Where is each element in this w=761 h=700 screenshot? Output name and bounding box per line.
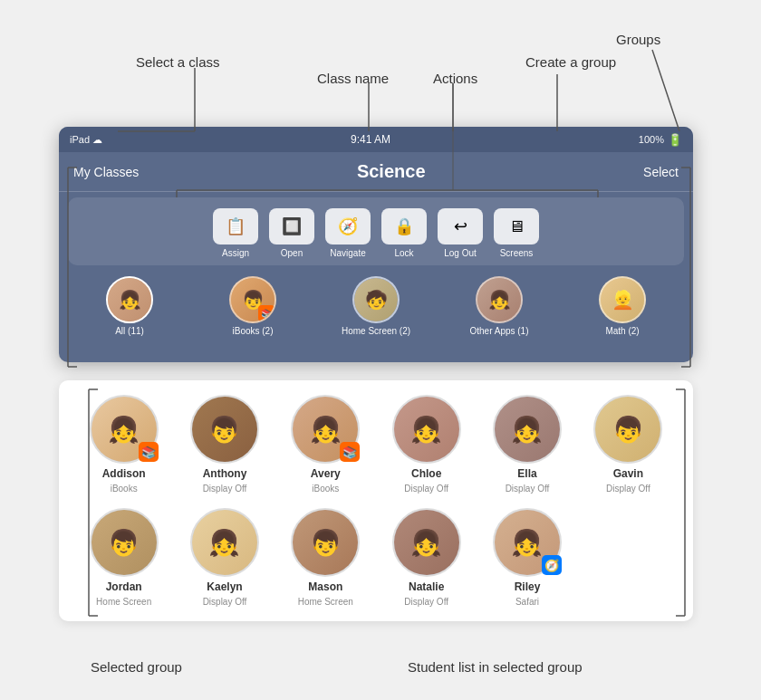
student-empty — [582, 508, 675, 607]
student-natalie-name: Natalie — [409, 580, 444, 593]
class-name-title: Science — [357, 161, 426, 182]
student-kaelyn-status: Display Off — [203, 597, 247, 607]
student-gavin[interactable]: 👦 Gavin Display Off — [582, 395, 675, 494]
navigate-button[interactable]: 🧭 Navigate — [325, 208, 371, 258]
student-ella-status: Display Off — [506, 484, 550, 494]
student-jordan-name: Jordan — [106, 580, 142, 593]
student-addison-avatar: 👧 📚 — [90, 395, 159, 464]
student-list-label: Student list in selected group — [408, 659, 583, 675]
filter-ibooks-label: iBooks (2) — [232, 326, 273, 336]
svg-line-5 — [652, 50, 679, 131]
statusbar-time: 9:41 AM — [351, 133, 390, 146]
student-avery-name: Avery — [311, 467, 341, 480]
select-button[interactable]: Select — [643, 165, 679, 179]
student-chloe-avatar: 👧 — [392, 395, 461, 464]
student-riley-name: Riley — [515, 580, 541, 593]
student-avery-avatar: 👧 📚 — [291, 395, 360, 464]
student-jordan-status: Home Screen — [96, 597, 151, 607]
action-buttons-row: 📋 Assign 🔲 Open 🧭 Navigate 🔒 Lock ↩ Log … — [68, 197, 684, 265]
filter-math-label: Math (2) — [605, 326, 639, 336]
ipad-statusbar: iPad ☁ 9:41 AM 100% 🔋 — [59, 127, 693, 152]
filter-otherapps-avatar: 👧 — [476, 276, 523, 323]
students-grid: 👧 📚 Addison iBooks 👦 Anthony Display Off… — [59, 380, 693, 621]
student-riley-status: Safari — [515, 597, 539, 607]
assign-button[interactable]: 📋 Assign — [213, 208, 258, 258]
student-mason[interactable]: 👦 Mason Home Screen — [279, 508, 372, 607]
student-addison-badge: 📚 — [139, 442, 159, 462]
student-avery-badge: 📚 — [340, 442, 360, 462]
my-classes-button[interactable]: My Classes — [73, 165, 139, 179]
assign-icon: 📋 — [213, 208, 258, 245]
selected-group-label: Selected group — [91, 659, 182, 675]
filter-homescreen-avatar: 🧒 — [352, 276, 400, 323]
student-addison-status: iBooks — [111, 484, 138, 494]
filter-otherapps[interactable]: 👧 Other Apps (1) — [438, 276, 561, 336]
filter-math[interactable]: 👱 Math (2) — [561, 276, 684, 336]
student-anthony-status: Display Off — [203, 484, 247, 494]
filter-all[interactable]: 👧 All (11) — [68, 276, 191, 336]
filter-homescreen[interactable]: 🧒 Home Screen (2) — [314, 276, 438, 336]
student-jordan[interactable]: 👦 Jordan Home Screen — [77, 508, 170, 607]
lock-label: Lock — [394, 248, 413, 258]
student-chloe-status: Display Off — [404, 484, 448, 494]
screens-icon: 🖥 — [494, 208, 539, 245]
lock-button[interactable]: 🔒 Lock — [381, 208, 427, 258]
statusbar-right: 100% 🔋 — [639, 133, 682, 147]
select-class-label: Select a class — [136, 54, 220, 70]
student-anthony[interactable]: 👦 Anthony Display Off — [178, 395, 271, 494]
logout-button[interactable]: ↩ Log Out — [438, 208, 483, 258]
filter-ibooks-avatar: 👦 📚 — [229, 276, 276, 323]
logout-label: Log Out — [444, 248, 477, 258]
student-ella-avatar: 👧 — [493, 395, 562, 464]
logout-icon: ↩ — [438, 208, 483, 245]
student-jordan-avatar: 👦 — [90, 508, 159, 577]
student-chloe[interactable]: 👧 Chloe Display Off — [380, 395, 473, 494]
statusbar-left: iPad ☁ — [70, 134, 102, 146]
groups-label: Groups — [616, 32, 660, 47]
open-icon: 🔲 — [269, 208, 314, 245]
student-kaelyn-name: Kaelyn — [207, 580, 242, 593]
filter-math-avatar: 👱 — [599, 276, 646, 323]
filter-homescreen-label: Home Screen (2) — [342, 326, 410, 336]
class-name-label: Class name — [317, 71, 389, 86]
student-avery[interactable]: 👧 📚 Avery iBooks — [279, 395, 372, 494]
filter-all-avatar: 👧 — [106, 276, 153, 323]
student-ella[interactable]: 👧 Ella Display Off — [480, 395, 573, 494]
filter-ibooks[interactable]: 👦 📚 iBooks (2) — [191, 276, 314, 336]
open-label: Open — [281, 248, 303, 258]
student-avery-status: iBooks — [312, 484, 339, 494]
student-riley-avatar: 👧 🧭 — [493, 508, 562, 577]
actions-label: Actions — [433, 71, 477, 86]
student-mason-name: Mason — [308, 580, 342, 593]
student-gavin-status: Display Off — [606, 484, 650, 494]
student-riley[interactable]: 👧 🧭 Riley Safari — [480, 508, 573, 607]
ipad-navbar: My Classes Science Select — [59, 152, 693, 192]
student-addison-name: Addison — [102, 467, 146, 480]
filter-all-label: All (11) — [115, 326, 144, 336]
student-kaelyn[interactable]: 👧 Kaelyn Display Off — [178, 508, 271, 607]
create-group-label: Create a group — [525, 54, 616, 70]
student-ella-name: Ella — [517, 467, 536, 480]
student-kaelyn-avatar: 👧 — [190, 508, 259, 577]
ipad-device: iPad ☁ 9:41 AM 100% 🔋 My Classes Science… — [59, 127, 693, 362]
student-natalie[interactable]: 👧 Natalie Display Off — [380, 508, 473, 607]
student-chloe-name: Chloe — [411, 467, 441, 480]
student-natalie-status: Display Off — [404, 597, 448, 607]
assign-label: Assign — [222, 248, 249, 258]
student-natalie-avatar: 👧 — [392, 508, 461, 577]
student-anthony-name: Anthony — [203, 467, 247, 480]
screens-button[interactable]: 🖥 Screens — [494, 208, 539, 258]
lock-icon: 🔒 — [381, 208, 427, 245]
navigate-label: Navigate — [330, 248, 365, 258]
battery-icon: 🔋 — [668, 133, 682, 147]
filter-tabs: 👧 All (11) 👦 📚 iBooks (2) 🧒 Home Screen … — [59, 271, 693, 336]
student-anthony-avatar: 👦 — [190, 395, 259, 464]
students-section: 👧 📚 Addison iBooks 👦 Anthony Display Off… — [59, 380, 693, 621]
student-mason-status: Home Screen — [298, 597, 353, 607]
student-gavin-name: Gavin — [613, 467, 643, 480]
filter-otherapps-label: Other Apps (1) — [469, 326, 528, 336]
open-button[interactable]: 🔲 Open — [269, 208, 314, 258]
student-addison[interactable]: 👧 📚 Addison iBooks — [77, 395, 170, 494]
ipad-label: iPad ☁ — [70, 134, 102, 146]
battery-label: 100% — [639, 134, 664, 145]
